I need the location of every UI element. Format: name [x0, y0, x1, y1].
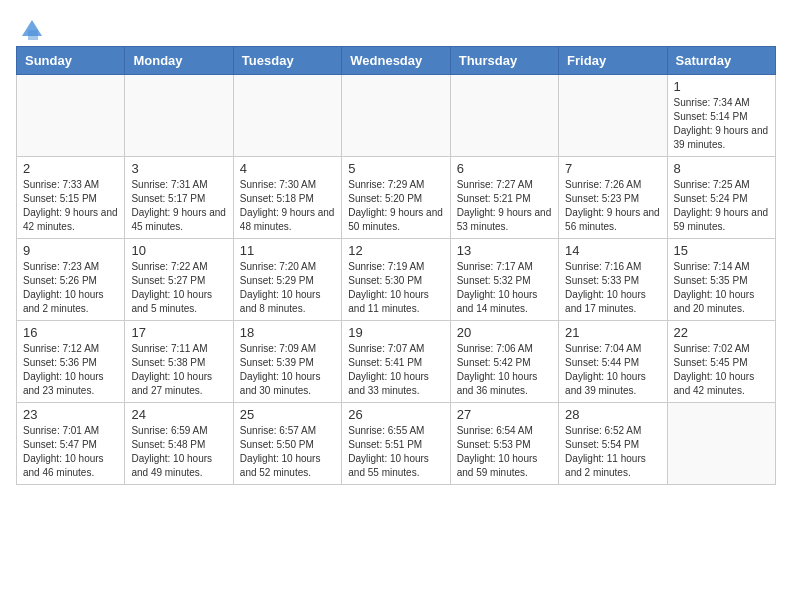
day-info: Sunrise: 7:07 AM Sunset: 5:41 PM Dayligh… [348, 342, 443, 398]
day-number: 17 [131, 325, 226, 340]
calendar-cell: 12Sunrise: 7:19 AM Sunset: 5:30 PM Dayli… [342, 239, 450, 321]
calendar-cell: 23Sunrise: 7:01 AM Sunset: 5:47 PM Dayli… [17, 403, 125, 485]
week-row-2: 9Sunrise: 7:23 AM Sunset: 5:26 PM Daylig… [17, 239, 776, 321]
day-info: Sunrise: 7:27 AM Sunset: 5:21 PM Dayligh… [457, 178, 552, 234]
day-info: Sunrise: 7:01 AM Sunset: 5:47 PM Dayligh… [23, 424, 118, 480]
calendar-cell: 15Sunrise: 7:14 AM Sunset: 5:35 PM Dayli… [667, 239, 775, 321]
weekday-sunday: Sunday [17, 47, 125, 75]
day-number: 23 [23, 407, 118, 422]
calendar-cell [233, 75, 341, 157]
calendar-cell [17, 75, 125, 157]
day-number: 22 [674, 325, 769, 340]
calendar-cell [667, 403, 775, 485]
day-number: 25 [240, 407, 335, 422]
day-info: Sunrise: 7:25 AM Sunset: 5:24 PM Dayligh… [674, 178, 769, 234]
calendar-cell: 21Sunrise: 7:04 AM Sunset: 5:44 PM Dayli… [559, 321, 667, 403]
calendar-cell [342, 75, 450, 157]
day-info: Sunrise: 7:30 AM Sunset: 5:18 PM Dayligh… [240, 178, 335, 234]
day-info: Sunrise: 6:54 AM Sunset: 5:53 PM Dayligh… [457, 424, 552, 480]
calendar-cell: 18Sunrise: 7:09 AM Sunset: 5:39 PM Dayli… [233, 321, 341, 403]
calendar-cell: 27Sunrise: 6:54 AM Sunset: 5:53 PM Dayli… [450, 403, 558, 485]
day-number: 10 [131, 243, 226, 258]
weekday-friday: Friday [559, 47, 667, 75]
day-info: Sunrise: 7:31 AM Sunset: 5:17 PM Dayligh… [131, 178, 226, 234]
calendar-body: 1Sunrise: 7:34 AM Sunset: 5:14 PM Daylig… [17, 75, 776, 485]
day-info: Sunrise: 7:16 AM Sunset: 5:33 PM Dayligh… [565, 260, 660, 316]
day-number: 26 [348, 407, 443, 422]
svg-marker-1 [28, 30, 38, 40]
day-number: 28 [565, 407, 660, 422]
calendar-cell [450, 75, 558, 157]
week-row-3: 16Sunrise: 7:12 AM Sunset: 5:36 PM Dayli… [17, 321, 776, 403]
day-number: 9 [23, 243, 118, 258]
weekday-wednesday: Wednesday [342, 47, 450, 75]
calendar-cell: 17Sunrise: 7:11 AM Sunset: 5:38 PM Dayli… [125, 321, 233, 403]
day-info: Sunrise: 7:29 AM Sunset: 5:20 PM Dayligh… [348, 178, 443, 234]
day-info: Sunrise: 7:11 AM Sunset: 5:38 PM Dayligh… [131, 342, 226, 398]
day-info: Sunrise: 7:17 AM Sunset: 5:32 PM Dayligh… [457, 260, 552, 316]
day-number: 18 [240, 325, 335, 340]
day-info: Sunrise: 7:19 AM Sunset: 5:30 PM Dayligh… [348, 260, 443, 316]
page-header [16, 16, 776, 38]
calendar-cell: 2Sunrise: 7:33 AM Sunset: 5:15 PM Daylig… [17, 157, 125, 239]
calendar-cell: 6Sunrise: 7:27 AM Sunset: 5:21 PM Daylig… [450, 157, 558, 239]
day-number: 5 [348, 161, 443, 176]
day-info: Sunrise: 7:02 AM Sunset: 5:45 PM Dayligh… [674, 342, 769, 398]
day-info: Sunrise: 7:09 AM Sunset: 5:39 PM Dayligh… [240, 342, 335, 398]
calendar-cell: 26Sunrise: 6:55 AM Sunset: 5:51 PM Dayli… [342, 403, 450, 485]
day-info: Sunrise: 7:12 AM Sunset: 5:36 PM Dayligh… [23, 342, 118, 398]
day-info: Sunrise: 7:20 AM Sunset: 5:29 PM Dayligh… [240, 260, 335, 316]
week-row-4: 23Sunrise: 7:01 AM Sunset: 5:47 PM Dayli… [17, 403, 776, 485]
day-number: 14 [565, 243, 660, 258]
calendar-cell: 28Sunrise: 6:52 AM Sunset: 5:54 PM Dayli… [559, 403, 667, 485]
day-info: Sunrise: 7:23 AM Sunset: 5:26 PM Dayligh… [23, 260, 118, 316]
day-number: 1 [674, 79, 769, 94]
day-number: 12 [348, 243, 443, 258]
day-number: 3 [131, 161, 226, 176]
day-number: 27 [457, 407, 552, 422]
weekday-thursday: Thursday [450, 47, 558, 75]
week-row-1: 2Sunrise: 7:33 AM Sunset: 5:15 PM Daylig… [17, 157, 776, 239]
weekday-monday: Monday [125, 47, 233, 75]
calendar-cell: 13Sunrise: 7:17 AM Sunset: 5:32 PM Dayli… [450, 239, 558, 321]
day-info: Sunrise: 7:06 AM Sunset: 5:42 PM Dayligh… [457, 342, 552, 398]
calendar-cell: 22Sunrise: 7:02 AM Sunset: 5:45 PM Dayli… [667, 321, 775, 403]
day-number: 19 [348, 325, 443, 340]
day-info: Sunrise: 6:52 AM Sunset: 5:54 PM Dayligh… [565, 424, 660, 480]
calendar-cell [559, 75, 667, 157]
calendar-cell: 14Sunrise: 7:16 AM Sunset: 5:33 PM Dayli… [559, 239, 667, 321]
day-number: 11 [240, 243, 335, 258]
calendar-table: SundayMondayTuesdayWednesdayThursdayFrid… [16, 46, 776, 485]
day-number: 8 [674, 161, 769, 176]
day-info: Sunrise: 7:04 AM Sunset: 5:44 PM Dayligh… [565, 342, 660, 398]
day-number: 20 [457, 325, 552, 340]
day-number: 6 [457, 161, 552, 176]
day-number: 7 [565, 161, 660, 176]
logo-icon [18, 16, 46, 44]
day-info: Sunrise: 7:14 AM Sunset: 5:35 PM Dayligh… [674, 260, 769, 316]
day-info: Sunrise: 6:59 AM Sunset: 5:48 PM Dayligh… [131, 424, 226, 480]
calendar-cell: 8Sunrise: 7:25 AM Sunset: 5:24 PM Daylig… [667, 157, 775, 239]
calendar-cell: 19Sunrise: 7:07 AM Sunset: 5:41 PM Dayli… [342, 321, 450, 403]
day-info: Sunrise: 7:22 AM Sunset: 5:27 PM Dayligh… [131, 260, 226, 316]
weekday-header-row: SundayMondayTuesdayWednesdayThursdayFrid… [17, 47, 776, 75]
weekday-saturday: Saturday [667, 47, 775, 75]
day-number: 13 [457, 243, 552, 258]
calendar-cell: 9Sunrise: 7:23 AM Sunset: 5:26 PM Daylig… [17, 239, 125, 321]
calendar-cell: 25Sunrise: 6:57 AM Sunset: 5:50 PM Dayli… [233, 403, 341, 485]
calendar-cell: 24Sunrise: 6:59 AM Sunset: 5:48 PM Dayli… [125, 403, 233, 485]
day-number: 2 [23, 161, 118, 176]
calendar-cell: 7Sunrise: 7:26 AM Sunset: 5:23 PM Daylig… [559, 157, 667, 239]
day-info: Sunrise: 7:34 AM Sunset: 5:14 PM Dayligh… [674, 96, 769, 152]
day-info: Sunrise: 7:33 AM Sunset: 5:15 PM Dayligh… [23, 178, 118, 234]
calendar-cell: 20Sunrise: 7:06 AM Sunset: 5:42 PM Dayli… [450, 321, 558, 403]
day-info: Sunrise: 6:55 AM Sunset: 5:51 PM Dayligh… [348, 424, 443, 480]
calendar-cell: 5Sunrise: 7:29 AM Sunset: 5:20 PM Daylig… [342, 157, 450, 239]
day-number: 4 [240, 161, 335, 176]
calendar-cell [125, 75, 233, 157]
calendar-cell: 4Sunrise: 7:30 AM Sunset: 5:18 PM Daylig… [233, 157, 341, 239]
day-number: 24 [131, 407, 226, 422]
calendar-cell: 1Sunrise: 7:34 AM Sunset: 5:14 PM Daylig… [667, 75, 775, 157]
logo [16, 16, 46, 38]
calendar-cell: 11Sunrise: 7:20 AM Sunset: 5:29 PM Dayli… [233, 239, 341, 321]
